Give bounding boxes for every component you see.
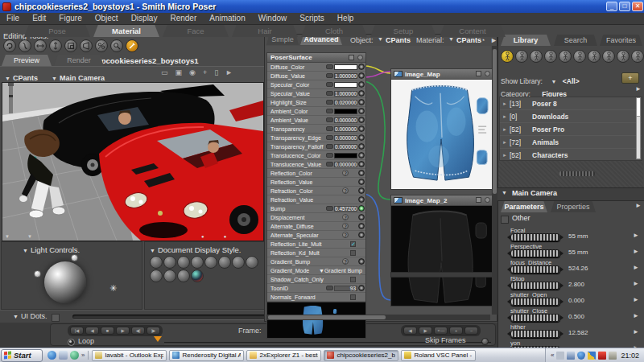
- node-header[interactable]: PoserSurface: [267, 53, 365, 63]
- param-value-field[interactable]: 0.020000: [334, 100, 357, 105]
- scale-handle-icon[interactable]: ▯: [214, 68, 218, 76]
- param-row-shadow_catch_only[interactable]: Shadow_Catch_Only: [267, 275, 365, 284]
- tab-setup[interactable]: Setup: [370, 25, 436, 37]
- param-value-field[interactable]: 0.457200: [334, 206, 357, 212]
- param-row-specular_color[interactable]: Specular_Color: [267, 80, 365, 89]
- param-value-field[interactable]: 0.000000: [334, 126, 357, 132]
- light-indicator[interactable]: [71, 254, 78, 261]
- light-flare-icon[interactable]: ✳: [109, 283, 117, 294]
- maximize-button[interactable]: □: [619, 2, 630, 11]
- param-plug-icon[interactable]: [358, 179, 365, 185]
- expand-arrow-icon[interactable]: ►: [500, 114, 510, 119]
- object-value[interactable]: CPants: [386, 36, 411, 44]
- stop-button[interactable]: ■: [101, 327, 114, 335]
- ui-dot-button[interactable]: [52, 314, 60, 322]
- dial-menu-arrow-icon[interactable]: ►: [633, 328, 639, 335]
- anim-toggle-icon[interactable]: [326, 73, 333, 78]
- tool-scale[interactable]: [64, 39, 77, 52]
- menu-scripts[interactable]: Scripts: [293, 13, 331, 24]
- step-back-button[interactable]: ◀|: [131, 327, 145, 335]
- anim-toggle-icon[interactable]: [326, 153, 333, 158]
- add-keyframe-button[interactable]: +: [449, 327, 463, 335]
- unset-plug-icon[interactable]: ?: [342, 187, 349, 194]
- dial-menu-arrow-icon[interactable]: ►: [633, 248, 639, 255]
- param-checkbox[interactable]: ✓: [350, 241, 356, 247]
- dial-menu-arrow-icon[interactable]: ►: [633, 296, 639, 303]
- style-smooth-lined[interactable]: [177, 269, 190, 282]
- param-row-transparency[interactable]: Transparency0.000000: [267, 125, 365, 134]
- param-row-highlight_size[interactable]: Highlight_Size0.020000: [267, 98, 365, 107]
- next-keyframe-button[interactable]: ▶: [419, 327, 432, 335]
- tray-monitor-icon[interactable]: [567, 352, 575, 360]
- panel-arrow-icon[interactable]: ►: [635, 202, 642, 209]
- dial-control[interactable]: [510, 282, 560, 290]
- shader-hscroll-thumb[interactable]: [268, 315, 386, 319]
- menu-render[interactable]: Render: [163, 13, 203, 24]
- timeline-marker[interactable]: [154, 336, 162, 342]
- param-row-ambient_value[interactable]: Ambient_Value0.000000: [267, 116, 365, 125]
- delete-keyframe-button[interactable]: −: [464, 327, 478, 335]
- tray-security-shield-icon[interactable]: [577, 352, 585, 360]
- unset-plug-icon[interactable]: ?: [342, 170, 349, 176]
- tool-color-eyedropper[interactable]: [126, 39, 138, 52]
- trackball-icon[interactable]: ◉: [189, 68, 196, 76]
- depth-cue-toggle[interactable]: ▼: [5, 234, 10, 239]
- dot-button[interactable]: ●: [224, 234, 227, 239]
- library-section-hair-icon[interactable]: [544, 50, 557, 63]
- anim-toggle-icon[interactable]: [326, 109, 333, 113]
- param-plug-icon[interactable]: [358, 214, 365, 220]
- collapse-icon[interactable]: ▼: [13, 314, 19, 319]
- library-section-expression-icon[interactable]: [530, 50, 543, 63]
- expand-arrow-icon[interactable]: ►: [500, 140, 510, 145]
- menu-display[interactable]: Display: [125, 13, 164, 24]
- dial-control[interactable]: [510, 249, 560, 257]
- tab-library[interactable]: Library: [501, 35, 551, 46]
- menu-object[interactable]: Object: [89, 13, 125, 24]
- anim-toggle-icon[interactable]: [326, 117, 333, 122]
- start-button[interactable]: Start: [1, 349, 43, 362]
- unset-plug-icon[interactable]: ?: [342, 258, 349, 265]
- chevron-down-icon[interactable]: ▼: [448, 36, 454, 42]
- image-map-2-scrollbar[interactable]: [390, 272, 493, 278]
- param-plug-icon[interactable]: [358, 170, 365, 176]
- expand-arrow-icon[interactable]: ►: [500, 101, 510, 106]
- dial-menu-arrow-icon[interactable]: ►: [633, 232, 639, 239]
- style-texture-shaded[interactable]: [191, 269, 204, 282]
- tool-view-magnifier[interactable]: [110, 39, 123, 52]
- image-map-header[interactable]: Image_Map: [391, 69, 493, 80]
- dial-menu-arrow-icon[interactable]: ►: [633, 264, 639, 271]
- menu-figure[interactable]: Figure: [52, 13, 88, 24]
- param-row-reflection_lite_mult[interactable]: Reflection_Lite_Mult✓: [267, 240, 365, 249]
- collapse-icon[interactable]: ▼: [502, 190, 507, 195]
- param-plug-icon[interactable]: [358, 81, 365, 88]
- minimize-button[interactable]: _: [606, 2, 617, 11]
- param-row-toonid[interactable]: ToonID93: [267, 284, 365, 293]
- expand-arrow-icon[interactable]: ►: [500, 153, 510, 158]
- param-row-alternate_specular[interactable]: Alternate_Specular?: [267, 231, 365, 240]
- param-value-field[interactable]: 1.000000: [334, 73, 357, 79]
- color-swatch[interactable]: [334, 109, 357, 114]
- library-item[interactable]: ►[72]Animals: [500, 136, 642, 149]
- param-checkbox[interactable]: [350, 294, 356, 300]
- light-indicator[interactable]: [34, 270, 41, 278]
- step-forward-button[interactable]: |▶: [147, 327, 160, 335]
- param-plug-icon[interactable]: [358, 161, 365, 167]
- tab-preview[interactable]: Preview: [2, 55, 52, 66]
- task-button[interactable]: 2xExplorer Z1 - bestand...: [246, 350, 321, 361]
- add-runtime-folder-icon[interactable]: +: [621, 72, 639, 84]
- tool-chain-break[interactable]: [95, 39, 108, 52]
- anim-toggle-icon[interactable]: [326, 100, 333, 105]
- param-row-refraction_value[interactable]: Refraction_Value: [267, 195, 365, 204]
- dot-button[interactable]: ●: [201, 234, 204, 239]
- chevron-down-icon[interactable]: ▼: [551, 79, 556, 84]
- anim-toggle-icon[interactable]: [326, 64, 333, 69]
- param-row-bump[interactable]: Bump0.457200: [267, 204, 365, 213]
- library-section-props-icon[interactable]: [573, 50, 586, 63]
- style-outline[interactable]: [163, 256, 176, 269]
- param-row-reflection_kd_mult[interactable]: Reflection_Kd_Mult: [267, 249, 365, 257]
- help-icon[interactable]: ◔: [481, 36, 485, 44]
- library-item[interactable]: ►[52]Poser Pro: [500, 123, 642, 136]
- tool-translate-in-out[interactable]: [49, 39, 62, 52]
- preview-viewport[interactable]: [2, 82, 264, 241]
- resize-grip[interactable]: [559, 171, 595, 176]
